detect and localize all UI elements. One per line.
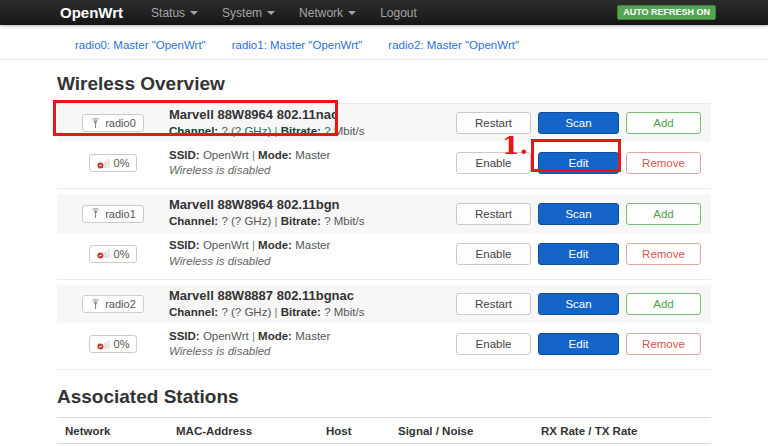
page: OpenWrt Status System Network Logout AUT… [0, 0, 768, 446]
top-navbar: OpenWrt Status System Network Logout AUT… [0, 0, 768, 25]
nav-item-system[interactable]: System [210, 0, 287, 25]
ssid-row-radio0: 0% SSID: OpenWrt | Mode: Master Wireless… [57, 142, 711, 188]
nav-item-status[interactable]: Status [139, 0, 210, 25]
scan-button-radio1[interactable]: Scan [538, 203, 619, 225]
nav-item-network-label: Network [299, 6, 343, 20]
wireless-table: radio0 Marvell 88W8964 802.11nac Channel… [57, 103, 711, 370]
ssid-line: SSID: OpenWrt | Mode: Master [169, 238, 450, 254]
ssid-line: SSID: OpenWrt | Mode: Master [169, 148, 450, 164]
quicklink-radio2[interactable]: radio2: Master "OpenWrt" [388, 39, 519, 51]
col-mac-address: MAC-Address [168, 425, 318, 437]
edit-button-radio1[interactable]: Edit [538, 243, 619, 265]
col-rx-tx-rate: RX Rate / TX Rate [533, 425, 711, 437]
enable-button-radio0[interactable]: Enable [456, 152, 531, 174]
bitrate-value: ? Mbit/s [324, 306, 364, 318]
chevron-down-icon [348, 11, 356, 15]
device-subline: Channel: ? (? GHz) | Bitrate: ? Mbit/s [169, 305, 450, 321]
separator: | [252, 149, 255, 161]
radio0-badge-label: radio0 [105, 117, 136, 129]
nav-item-logout-label: Logout [380, 6, 417, 20]
antenna-icon [90, 208, 101, 219]
ssid-label: SSID: [169, 330, 200, 342]
stations-table-header: Network MAC-Address Host Signal / Noise … [57, 418, 711, 444]
wireless-overview-title: Wireless Overview [57, 73, 711, 95]
auto-refresh-toggle[interactable]: AUTO REFRESH ON [617, 5, 716, 20]
wireless-group-radio0: radio0 Marvell 88W8964 802.11nac Channel… [57, 104, 711, 189]
device-title: Marvell 88W8964 802.11bgn [169, 197, 450, 214]
wireless-group-radio2: radio2 Marvell 88W8887 802.11bgnac Chann… [57, 285, 711, 370]
bitrate-label: Bitrate: [281, 215, 321, 227]
bitrate-value: ? Mbit/s [324, 125, 364, 137]
nav-item-network[interactable]: Network [287, 0, 368, 25]
signal-percent-label: 0% [114, 248, 130, 260]
separator: | [274, 215, 277, 227]
channel-value: ? (? GHz) [221, 215, 271, 227]
nav-item-logout[interactable]: Logout [368, 0, 429, 25]
bitrate-value: ? Mbit/s [324, 215, 364, 227]
channel-label: Channel: [169, 306, 218, 318]
nav-item-status-label: Status [151, 6, 185, 20]
brand-openwrt[interactable]: OpenWrt [60, 4, 123, 21]
device-row-radio0: radio0 Marvell 88W8964 802.11nac Channel… [57, 104, 711, 142]
radio1-badge-label: radio1 [105, 208, 136, 220]
ssid-row-radio2: 0% SSID: OpenWrt | Mode: Master Wireless… [57, 323, 711, 369]
mode-label: Mode: [258, 239, 292, 251]
remove-button-radio0[interactable]: Remove [626, 152, 701, 174]
wireless-status: Wireless is disabled [169, 163, 450, 179]
add-button-radio0[interactable]: Add [626, 112, 701, 134]
ssid-value: OpenWrt [203, 149, 249, 161]
device-row-radio1: radio1 Marvell 88W8964 802.11bgn Channel… [57, 194, 711, 232]
signal-badge-radio2: 0% [89, 335, 138, 353]
device-subline: Channel: ? (? GHz) | Bitrate: ? Mbit/s [169, 124, 450, 140]
restart-button-radio1[interactable]: Restart [456, 203, 531, 225]
chevron-down-icon [190, 11, 198, 15]
restart-button-radio2[interactable]: Restart [456, 293, 531, 315]
restart-button-radio0[interactable]: Restart [456, 112, 531, 134]
quicklink-radio0[interactable]: radio0: Master "OpenWrt" [75, 39, 206, 51]
remove-button-radio2[interactable]: Remove [626, 333, 701, 355]
separator: | [274, 306, 277, 318]
quicklink-radio1[interactable]: radio1: Master "OpenWrt" [232, 39, 363, 51]
signal-badge-radio1: 0% [89, 245, 138, 263]
signal-disabled-icon [97, 158, 110, 169]
wireless-group-radio1: radio1 Marvell 88W8964 802.11bgn Channel… [57, 194, 711, 279]
channel-label: Channel: [169, 215, 218, 227]
radio2-badge-label: radio2 [105, 298, 136, 310]
ssid-line: SSID: OpenWrt | Mode: Master [169, 329, 450, 345]
wireless-status: Wireless is disabled [169, 344, 450, 360]
enable-button-radio2[interactable]: Enable [456, 333, 531, 355]
add-button-radio1[interactable]: Add [626, 203, 701, 225]
ssid-value: OpenWrt [203, 239, 249, 251]
radio-quicklinks: radio0: Master "OpenWrt" radio1: Master … [0, 25, 768, 60]
separator: | [274, 125, 277, 137]
edit-button-radio0[interactable]: Edit [538, 152, 619, 174]
signal-disabled-icon [97, 248, 110, 259]
mode-value: Master [295, 330, 330, 342]
add-button-radio2[interactable]: Add [626, 293, 701, 315]
chevron-down-icon [267, 11, 275, 15]
signal-percent-label: 0% [114, 338, 130, 350]
remove-button-radio1[interactable]: Remove [626, 243, 701, 265]
associated-stations-title: Associated Stations [57, 386, 711, 408]
ssid-row-radio1: 0% SSID: OpenWrt | Mode: Master Wireless… [57, 233, 711, 279]
signal-disabled-icon [97, 339, 110, 350]
device-title: Marvell 88W8887 802.11bgnac [169, 288, 450, 305]
ssid-label: SSID: [169, 149, 200, 161]
antenna-icon [90, 299, 101, 310]
enable-button-radio1[interactable]: Enable [456, 243, 531, 265]
scan-button-radio2[interactable]: Scan [538, 293, 619, 315]
col-signal-noise: Signal / Noise [390, 425, 533, 437]
associated-stations-table: Network MAC-Address Host Signal / Noise … [57, 417, 711, 446]
scan-button-radio0[interactable]: Scan [538, 112, 619, 134]
antenna-icon [90, 118, 101, 129]
bitrate-label: Bitrate: [281, 125, 321, 137]
device-row-radio2: radio2 Marvell 88W8887 802.11bgnac Chann… [57, 285, 711, 323]
channel-label: Channel: [169, 125, 218, 137]
edit-button-radio2[interactable]: Edit [538, 333, 619, 355]
col-network: Network [57, 425, 168, 437]
bitrate-label: Bitrate: [281, 306, 321, 318]
nav-item-system-label: System [222, 6, 262, 20]
channel-value: ? (? GHz) [221, 306, 271, 318]
mode-label: Mode: [258, 149, 292, 161]
radio2-badge: radio2 [82, 295, 144, 313]
